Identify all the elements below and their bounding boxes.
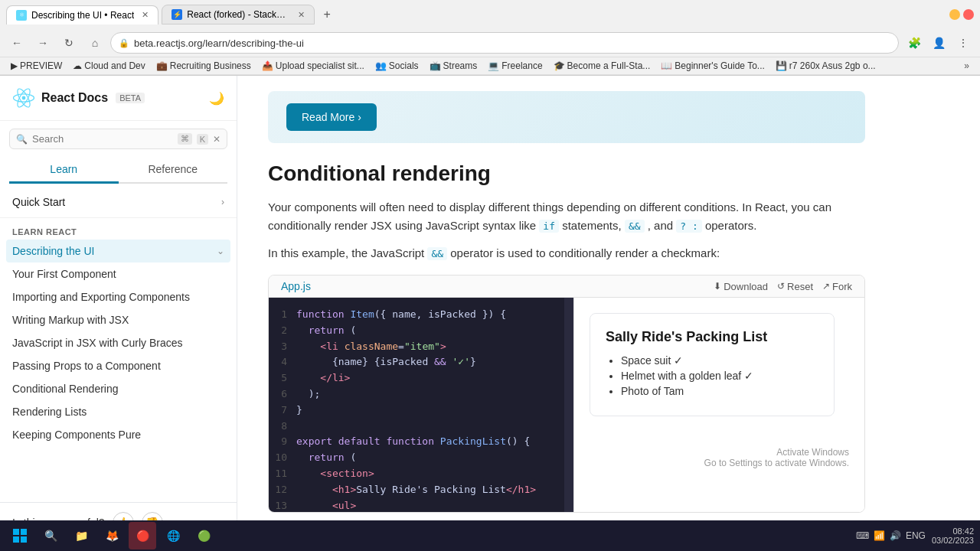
bookmark-favicon: 💾 — [776, 60, 787, 71]
taskbar-browser-firefox[interactable]: 🦊 — [98, 522, 126, 549]
main-content: Read More › Conditional rendering Your c… — [237, 76, 980, 551]
address-bar[interactable]: 🔒 beta.reactjs.org/learn/describing-the-… — [110, 32, 899, 54]
code-tab-appjs[interactable]: App.js — [281, 280, 311, 292]
window-close[interactable] — [963, 9, 974, 20]
taskbar-search[interactable]: 🔍 — [37, 522, 64, 549]
code-inline-ternary: ? : — [676, 220, 701, 233]
bookmark-socials[interactable]: 👥 Socials — [371, 59, 423, 73]
bookmark-streams[interactable]: 📺 Streams — [425, 59, 482, 73]
chevron-right-icon: › — [221, 197, 224, 207]
taskbar-right: ⌨ 📶 🔊 ENG 08:42 03/02/2023 — [856, 527, 974, 545]
bookmark-favicon: 📖 — [661, 60, 672, 71]
tab-learn[interactable]: Learn — [9, 157, 119, 184]
start-button[interactable] — [6, 522, 34, 549]
language-indicator: ENG — [906, 530, 926, 541]
list-item: Helmet with a golden leaf ✓ — [621, 370, 818, 382]
back-button[interactable]: ← — [6, 32, 28, 54]
bookmark-favicon: ▶ — [11, 60, 18, 71]
fork-icon: ↗ — [822, 281, 830, 292]
code-inline-if: if — [539, 220, 559, 233]
address-text: beta.reactjs.org/learn/describing-the-ui — [134, 37, 890, 49]
prose-paragraph-2: In this example, the JavaScript && opera… — [268, 244, 865, 262]
menu-button[interactable]: ⋮ — [952, 32, 974, 54]
bookmark-favicon: 📤 — [262, 60, 273, 71]
browser-tab-1[interactable]: ⚛ Describing the UI • React ✕ — [6, 5, 158, 24]
activate-windows-notice: Activate Windows Go to Settings to activ… — [590, 447, 849, 468]
tab-favicon-2: ⚡ — [172, 9, 182, 20]
profile-button[interactable]: 👤 — [928, 32, 949, 54]
read-more-banner: Read More › — [268, 91, 865, 143]
fork-button[interactable]: ↗ Fork — [822, 281, 852, 292]
reset-button[interactable]: ↺ Reset — [777, 281, 813, 292]
extensions-button[interactable]: 🧩 — [903, 32, 925, 54]
bookmark-fullstack[interactable]: 🎓 Become a Full-Sta... — [549, 59, 655, 73]
tab-close-2[interactable]: ✕ — [298, 10, 305, 20]
code-example-header: App.js ⬇ Download ↺ Reset ↗ Fork — [269, 276, 864, 298]
window-minimize[interactable] — [949, 9, 960, 20]
svg-point-0 — [22, 96, 26, 100]
system-tray-icons: ⌨ 📶 🔊 ENG — [856, 530, 926, 541]
sidebar-item-passing-props[interactable]: Passing Props to a Component — [0, 354, 237, 377]
sidebar-item-describing-ui[interactable]: Describing the UI ⌄ — [6, 240, 230, 262]
search-shortcut-k: K — [197, 134, 208, 145]
forward-button[interactable]: → — [32, 32, 54, 54]
taskbar-app-misc[interactable]: 🟢 — [190, 522, 217, 549]
bookmark-r7[interactable]: 💾 r7 260x Asus 2gb o... — [771, 59, 880, 73]
reset-icon: ↺ — [777, 281, 785, 292]
tab-reference[interactable]: Reference — [119, 157, 228, 184]
code-body: 1function Item({ name, isPacked }) { 2 r… — [269, 298, 864, 512]
browser-tab-2[interactable]: ⚡ React (forked) - StackBlitz ✕ — [162, 5, 315, 24]
taskbar-files[interactable]: 📁 — [67, 522, 95, 549]
svg-rect-5 — [21, 529, 27, 535]
bookmark-favicon: 💻 — [488, 60, 499, 71]
sidebar-item-keeping-pure[interactable]: Keeping Components Pure — [0, 423, 237, 446]
sidebar-item-conditional-rendering[interactable]: Conditional Rendering — [0, 377, 237, 400]
read-more-button[interactable]: Read More › — [286, 103, 377, 131]
bookmark-recruiting[interactable]: 💼 Recruiting Business — [152, 59, 256, 73]
tab-close-1[interactable]: ✕ — [142, 10, 149, 20]
preview-card: Sally Ride's Packing List Space suit ✓ H… — [590, 313, 835, 416]
keyboard-icon: ⌨ — [856, 530, 869, 541]
bookmark-favicon: 🎓 — [554, 60, 565, 71]
theme-toggle-button[interactable]: 🌙 — [209, 91, 224, 106]
search-clear-button[interactable]: ✕ — [213, 134, 220, 145]
new-tab-button[interactable]: + — [318, 5, 336, 24]
code-preview-panel: Sally Ride's Packing List Space suit ✓ H… — [573, 298, 864, 512]
taskbar: 🔍 📁 🦊 🔴 🌐 🟢 ⌨ 📶 🔊 ENG 08:42 03/02/2023 — [0, 520, 980, 551]
bookmark-beginner[interactable]: 📖 Beginner's Guide To... — [656, 59, 769, 73]
quick-start-item[interactable]: Quick Start › — [0, 190, 237, 214]
nav-tabs: Learn Reference — [9, 157, 227, 184]
chevron-down-icon: ⌄ — [217, 246, 224, 256]
editor-scrollbar[interactable] — [564, 298, 573, 512]
bookmarks-more-button[interactable]: » — [959, 59, 974, 73]
code-editor-panel[interactable]: 1function Item({ name, isPacked }) { 2 r… — [269, 298, 564, 512]
list-item: Space suit ✓ — [621, 354, 818, 367]
download-button[interactable]: ⬇ Download — [714, 281, 768, 292]
list-item: Photo of Tam — [621, 385, 818, 397]
bookmark-cloud-dev[interactable]: ☁ Cloud and Dev — [68, 59, 149, 73]
sidebar-item-rendering-lists[interactable]: Rendering Lists — [0, 400, 237, 423]
bookmark-favicon: 💼 — [156, 60, 168, 71]
home-button[interactable]: ⌂ — [84, 32, 106, 54]
search-input[interactable] — [32, 133, 173, 145]
sidebar-header: React Docs BETA 🌙 — [0, 76, 237, 121]
code-example: App.js ⬇ Download ↺ Reset ↗ Fork — [268, 275, 865, 513]
svg-rect-7 — [21, 536, 27, 543]
sidebar-item-writing-markup[interactable]: Writing Markup with JSX — [0, 308, 237, 331]
taskbar-app-red[interactable]: 🔴 — [129, 522, 156, 549]
taskbar-chrome[interactable]: 🌐 — [159, 522, 187, 549]
bookmark-favicon: 📺 — [430, 60, 441, 71]
bookmark-favicon: 👥 — [375, 60, 387, 71]
svg-rect-4 — [13, 529, 19, 535]
search-box: 🔍 ⌘ K ✕ — [9, 129, 227, 149]
sidebar-item-javascript-jsx[interactable]: JavaScript in JSX with Curly Braces — [0, 331, 237, 354]
bookmark-preview[interactable]: ▶ PREVIEW — [6, 59, 67, 73]
reload-button[interactable]: ↻ — [58, 32, 80, 54]
taskbar-clock[interactable]: 08:42 03/02/2023 — [932, 527, 974, 545]
sidebar-item-first-component[interactable]: Your First Component — [0, 262, 237, 285]
bookmark-freelance[interactable]: 💻 Freelance — [483, 59, 547, 73]
tab-title-2: React (forked) - StackBlitz — [187, 9, 290, 20]
bookmark-upload[interactable]: 📤 Upload specialist sit... — [257, 59, 369, 73]
search-icon: 🔍 — [16, 134, 28, 145]
sidebar-item-importing-exporting[interactable]: Importing and Exporting Components — [0, 285, 237, 308]
